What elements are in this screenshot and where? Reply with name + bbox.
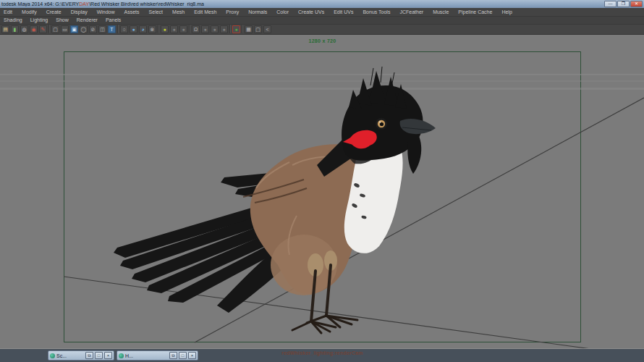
textured-icon[interactable]: ◕ bbox=[139, 25, 147, 33]
menu-assets[interactable]: Assets bbox=[124, 9, 140, 14]
gate-mask-icon[interactable]: ◯ bbox=[80, 25, 88, 33]
minimized-window-title: Sc... bbox=[56, 353, 84, 358]
toolbar-divider[interactable] bbox=[189, 25, 190, 33]
menu-help[interactable]: Help bbox=[501, 9, 512, 14]
resolution-gate-icon[interactable]: ▣ bbox=[70, 25, 78, 33]
menu-muscle[interactable]: Muscle bbox=[433, 9, 449, 14]
select-camera-icon[interactable]: ▢ bbox=[51, 25, 59, 33]
restore-button[interactable]: ⧉ bbox=[169, 352, 177, 359]
motion-blur-icon[interactable]: ● bbox=[211, 25, 219, 33]
multisample-icon[interactable]: ● bbox=[220, 25, 228, 33]
panel-menu-bar: ShadingLightingShowRendererPanels bbox=[0, 17, 644, 25]
menu-jcfeather[interactable]: JCFeather bbox=[399, 9, 423, 14]
maximize-button[interactable]: ❐ bbox=[617, 1, 630, 7]
menu-pipeline-cache[interactable]: Pipeline Cache bbox=[458, 9, 492, 14]
menu-select[interactable]: Select bbox=[149, 9, 163, 14]
menu-bonus-tools[interactable]: Bonus Tools bbox=[363, 9, 390, 14]
viewport-scene bbox=[0, 35, 644, 348]
isolate-select-icon[interactable]: ● bbox=[232, 25, 240, 33]
maya-doc-icon bbox=[50, 353, 55, 358]
menu-create-uvs[interactable]: Create UVs bbox=[298, 9, 324, 14]
menu-window[interactable]: Window bbox=[97, 9, 115, 14]
close-button[interactable]: × bbox=[188, 352, 196, 359]
maya-window: todesk Maya 2014 x64: G:\EVERYDAY\Red Wh… bbox=[0, 0, 644, 362]
film-gate-icon[interactable]: ▭ bbox=[61, 25, 69, 33]
ambient-occlusion-icon[interactable]: ● bbox=[201, 25, 209, 33]
grease-brush-icon[interactable]: ✎ bbox=[39, 25, 47, 33]
minimize-button[interactable]: — bbox=[604, 1, 617, 7]
shadows-icon[interactable]: Ω bbox=[192, 25, 200, 33]
main-menu-bar: EditModifyCreateDisplayWindowAssetsSelec… bbox=[0, 8, 644, 17]
panel-menu-shading[interactable]: Shading bbox=[4, 17, 22, 22]
menu-mesh[interactable]: Mesh bbox=[172, 9, 185, 14]
menu-color[interactable]: Color bbox=[276, 9, 289, 14]
panel-menu-lighting[interactable]: Lighting bbox=[30, 17, 48, 22]
toolbar-divider[interactable] bbox=[158, 25, 159, 33]
menu-proxy[interactable]: Proxy bbox=[226, 9, 239, 14]
pan-zoom-icon[interactable]: ◉ bbox=[30, 25, 38, 33]
toolbar-divider[interactable] bbox=[117, 25, 119, 33]
menu-modify[interactable]: Modify bbox=[22, 9, 37, 14]
bookmark-icon[interactable]: ▮ bbox=[11, 25, 19, 33]
toolbar-divider[interactable] bbox=[229, 25, 231, 33]
menu-display[interactable]: Display bbox=[71, 9, 88, 14]
window-title: todesk Maya 2014 x64: G:\EVERYDAY\Red Wh… bbox=[1, 1, 204, 7]
panel-toolbar: ▤▮◍◉✎▢▭▣◯⊘◫T○●◕⊗●●●Ω●●●●▦▢< bbox=[0, 25, 644, 35]
grease-pencil-icon[interactable]: ▤ bbox=[1, 25, 9, 33]
menu-edit-mesh[interactable]: Edit Mesh bbox=[194, 9, 216, 14]
close-button[interactable]: × bbox=[104, 352, 112, 359]
bird-feet bbox=[292, 316, 357, 333]
close-button[interactable]: ✕ bbox=[630, 1, 643, 7]
toolbar-divider[interactable] bbox=[242, 25, 243, 33]
window-controls: — ❐ ✕ bbox=[604, 1, 643, 7]
plugin-display-icon[interactable]: < bbox=[263, 25, 271, 33]
bird-eye bbox=[376, 118, 387, 130]
maximize-button[interactable]: □ bbox=[95, 352, 103, 359]
bottom-bar: redWhisker_lighting:renderCam Sc... ⧉ □ … bbox=[0, 348, 644, 362]
bird-model[interactable] bbox=[114, 67, 436, 333]
default-material-icon[interactable]: ⊗ bbox=[148, 25, 156, 33]
window-title-highlight: DAY bbox=[79, 1, 89, 7]
minimized-window-script-editor[interactable]: Sc... ⧉ □ × bbox=[48, 350, 114, 361]
safe-title-icon[interactable]: T bbox=[108, 25, 116, 33]
minimized-windows: Sc... ⧉ □ × H... ⧉ □ × bbox=[48, 350, 198, 361]
toolbar-divider[interactable] bbox=[48, 25, 50, 33]
default-light-icon[interactable]: ● bbox=[170, 25, 178, 33]
image-plane-icon[interactable]: ◍ bbox=[20, 25, 28, 33]
field-chart-icon[interactable]: ⊘ bbox=[89, 25, 97, 33]
smooth-shade-icon[interactable]: ● bbox=[130, 25, 137, 33]
horizon-lines bbox=[0, 74, 644, 90]
minimized-window-hypershade[interactable]: H... ⧉ □ × bbox=[116, 350, 198, 361]
xray-icon[interactable]: ▦ bbox=[245, 25, 253, 33]
safe-action-icon[interactable]: ◫ bbox=[98, 25, 106, 33]
menu-normals[interactable]: Normals bbox=[248, 9, 267, 14]
panel-menu-renderer[interactable]: Renderer bbox=[77, 17, 98, 22]
no-lights-icon[interactable]: ● bbox=[179, 25, 187, 33]
all-lights-icon[interactable]: ● bbox=[161, 25, 169, 33]
menu-edit[interactable]: Edit bbox=[4, 9, 12, 14]
maya-doc-icon bbox=[119, 353, 124, 358]
title-bar[interactable]: todesk Maya 2014 x64: G:\EVERYDAY\Red Wh… bbox=[0, 0, 644, 8]
panel-menu-show[interactable]: Show bbox=[56, 17, 69, 22]
panel-menu-panels[interactable]: Panels bbox=[106, 17, 121, 22]
perspective-viewport[interactable]: 1280 x 720 bbox=[0, 35, 644, 348]
minimized-window-title: H... bbox=[125, 353, 168, 358]
restore-button[interactable]: ⧉ bbox=[85, 352, 93, 359]
maximize-button[interactable]: □ bbox=[179, 352, 187, 359]
xray-joints-icon[interactable]: ▢ bbox=[254, 25, 262, 33]
menu-edit-uvs[interactable]: Edit UVs bbox=[334, 9, 353, 14]
wireframe-icon[interactable]: ○ bbox=[120, 25, 128, 33]
menu-create[interactable]: Create bbox=[46, 9, 62, 14]
